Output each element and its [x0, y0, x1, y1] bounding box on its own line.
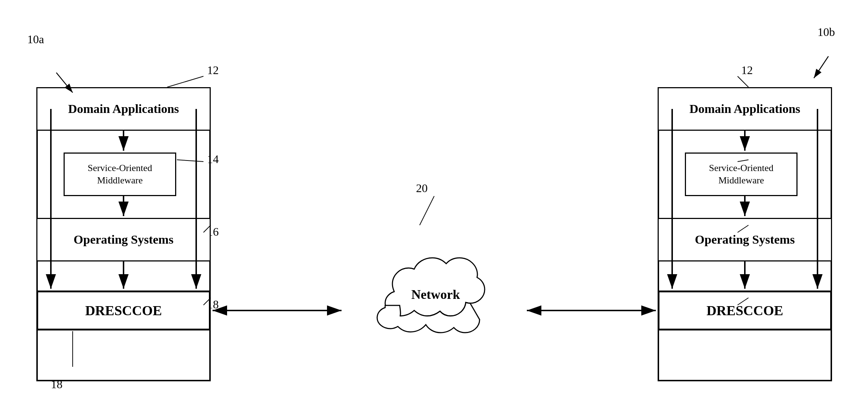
svg-line-17: [814, 56, 828, 78]
diagram: 10a 10b 12 12 14 14 16 16 18 18 18 20 Do…: [0, 0, 868, 406]
right-middleware-box: Service-OrientedMiddleware: [685, 153, 798, 196]
label-12-left: 12: [207, 64, 219, 77]
left-os-label: Operating Systems: [74, 233, 174, 247]
left-domain-apps-label: Domain Applications: [68, 102, 179, 116]
right-domain-apps-box: Domain Applications: [658, 87, 832, 131]
svg-line-27: [420, 196, 434, 225]
right-middleware-label: Service-OrientedMiddleware: [709, 162, 774, 187]
svg-line-19: [738, 76, 748, 87]
label-10a: 10a: [27, 33, 44, 46]
right-os-label: Operating Systems: [695, 233, 795, 247]
right-dresccoe-box: DRESCCOE: [658, 291, 832, 330]
left-os-box: Operating Systems: [36, 218, 211, 261]
label-20: 20: [416, 182, 428, 195]
right-dresccoe-label: DRESCCOE: [706, 303, 783, 318]
left-middleware-label: Service-OrientedMiddleware: [88, 162, 152, 187]
right-os-box: Operating Systems: [658, 218, 832, 261]
left-middleware-box: Service-OrientedMiddleware: [64, 153, 176, 196]
left-domain-apps-box: Domain Applications: [36, 87, 211, 131]
left-dresccoe-box: DRESCCOE: [36, 291, 211, 330]
right-domain-apps-label: Domain Applications: [689, 102, 800, 116]
svg-line-18: [167, 76, 203, 87]
network-label: Network: [397, 287, 474, 302]
left-dresccoe-label: DRESCCOE: [85, 303, 162, 318]
label-12-right: 12: [741, 64, 753, 77]
label-10b: 10b: [817, 25, 835, 39]
